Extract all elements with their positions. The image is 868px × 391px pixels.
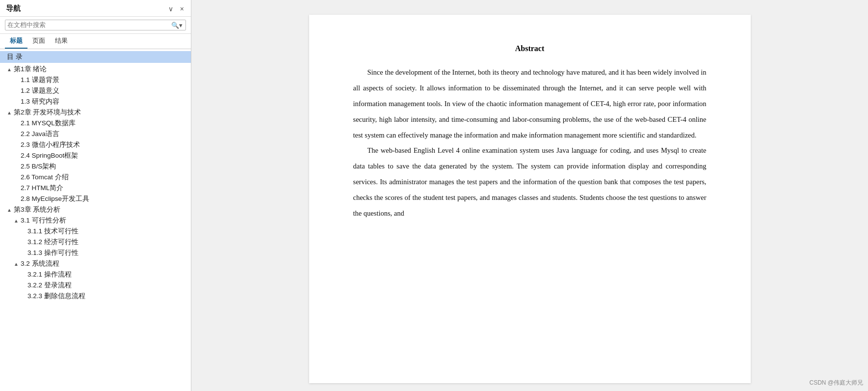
toc-label: 3.1.1 技术可行性 [27, 227, 191, 236]
document-page: Abstract Since the development of the In… [309, 15, 751, 383]
abstract-title: Abstract [353, 44, 707, 53]
toc-label: 第2章 开发环境与技术 [14, 108, 191, 117]
toc-item[interactable]: ▲3.1 可行性分析 [0, 215, 191, 226]
search-area: 🔍▾ [0, 17, 191, 34]
toc-item[interactable]: 3.2.1 操作流程 [0, 269, 191, 280]
tab-headings[interactable]: 标题 [5, 34, 27, 49]
tabs-row: 标题 页面 结果 [0, 34, 191, 49]
toc-label: 2.1 MYSQL数据库 [21, 119, 191, 128]
toc-item[interactable]: 2.4 SpringBoot框架 [0, 150, 191, 161]
search-box: 🔍▾ [5, 20, 186, 30]
toc-label: 第3章 系统分析 [14, 205, 191, 214]
toc-label: 2.7 HTML简介 [21, 184, 191, 193]
toc-label: 1.1 课题背景 [21, 76, 191, 84]
tab-pages[interactable]: 页面 [27, 34, 50, 49]
toc-item[interactable]: 2.3 微信小程序技术 [0, 140, 191, 150]
toc-item[interactable]: 3.1.2 经济可行性 [0, 237, 191, 248]
watermark: CSDN @伟庭大师兄 [809, 379, 863, 387]
main-content: Abstract Since the development of the In… [191, 0, 868, 391]
toc-item[interactable]: 2.2 Java语言 [0, 129, 191, 140]
toc-item[interactable]: 3.1.1 技术可行性 [0, 226, 191, 237]
toc-label: 2.5 B/S架构 [21, 162, 191, 171]
toc-label: 2.2 Java语言 [21, 130, 191, 139]
toc-label: 3.1.2 经济可行性 [27, 238, 191, 247]
toc-item[interactable]: ▲第3章 系统分析 [0, 204, 191, 215]
toc-item[interactable]: 1.2 课题意义 [0, 85, 191, 96]
toc-label: 1.2 课题意义 [21, 86, 191, 95]
close-button[interactable]: × [179, 5, 185, 13]
search-input[interactable] [7, 21, 170, 29]
toc-item[interactable]: 2.1 MYSQL数据库 [0, 118, 191, 129]
sidebar-header: 导航 ∨ × [0, 0, 191, 17]
toc-label: 3.1 可行性分析 [21, 216, 191, 225]
toc-label: 目 录 [7, 53, 191, 61]
toc-item[interactable]: 3.2.3 删除信息流程 [0, 291, 191, 302]
toc-label: 第1章 绪论 [14, 65, 191, 74]
toc-item[interactable]: 2.7 HTML简介 [0, 183, 191, 194]
sidebar-controls: ∨ × [167, 5, 185, 13]
toc-item[interactable]: ▲3.2 系统流程 [0, 258, 191, 269]
search-button[interactable]: 🔍▾ [170, 22, 184, 29]
minimize-button[interactable]: ∨ [167, 5, 174, 13]
toc-item[interactable]: 1.3 研究内容 [0, 96, 191, 107]
paragraph-2: The web-based English Level 4 online exa… [353, 143, 707, 221]
toc-item[interactable]: 2.8 MyEclipse开发工具 [0, 194, 191, 204]
toc-item[interactable]: 3.1.3 操作可行性 [0, 248, 191, 258]
toc-item[interactable]: 2.5 B/S架构 [0, 161, 191, 172]
sidebar: 导航 ∨ × 🔍▾ 标题 页面 结果 目 录▲第1章 绪论1.1 课题背景1.2… [0, 0, 191, 391]
toc-label: 2.6 Tomcat 介绍 [21, 173, 191, 182]
toc-label: 2.4 SpringBoot框架 [21, 151, 191, 160]
toc-item[interactable]: ▲第1章 绪论 [0, 64, 191, 75]
sidebar-title: 导航 [6, 4, 21, 13]
toc-area: 目 录▲第1章 绪论1.1 课题背景1.2 课题意义1.3 研究内容▲第2章 开… [0, 49, 191, 391]
toc-triangle: ▲ [14, 218, 21, 223]
toc-label: 3.1.3 操作可行性 [27, 249, 191, 257]
toc-triangle: ▲ [7, 67, 14, 72]
toc-label: 3.2.1 操作流程 [27, 270, 191, 279]
toc-triangle: ▲ [7, 207, 14, 213]
toc-label: 3.2.3 删除信息流程 [27, 292, 191, 301]
paragraph-1: Since the development of the Internet, b… [353, 65, 707, 143]
toc-label: 2.8 MyEclipse开发工具 [21, 195, 191, 203]
toc-item[interactable]: ▲第2章 开发环境与技术 [0, 107, 191, 118]
toc-item[interactable]: 3.2.2 登录流程 [0, 280, 191, 291]
toc-label: 2.3 微信小程序技术 [21, 140, 191, 149]
toc-item[interactable]: 目 录 [0, 51, 191, 63]
toc-triangle: ▲ [14, 261, 21, 267]
toc-item[interactable]: 1.1 课题背景 [0, 75, 191, 85]
toc-item[interactable]: 2.6 Tomcat 介绍 [0, 172, 191, 183]
toc-label: 3.2 系统流程 [21, 259, 191, 268]
toc-triangle: ▲ [7, 110, 14, 115]
toc-label: 3.2.2 登录流程 [27, 281, 191, 290]
toc-label: 1.3 研究内容 [21, 97, 191, 106]
tab-results[interactable]: 结果 [50, 34, 73, 49]
